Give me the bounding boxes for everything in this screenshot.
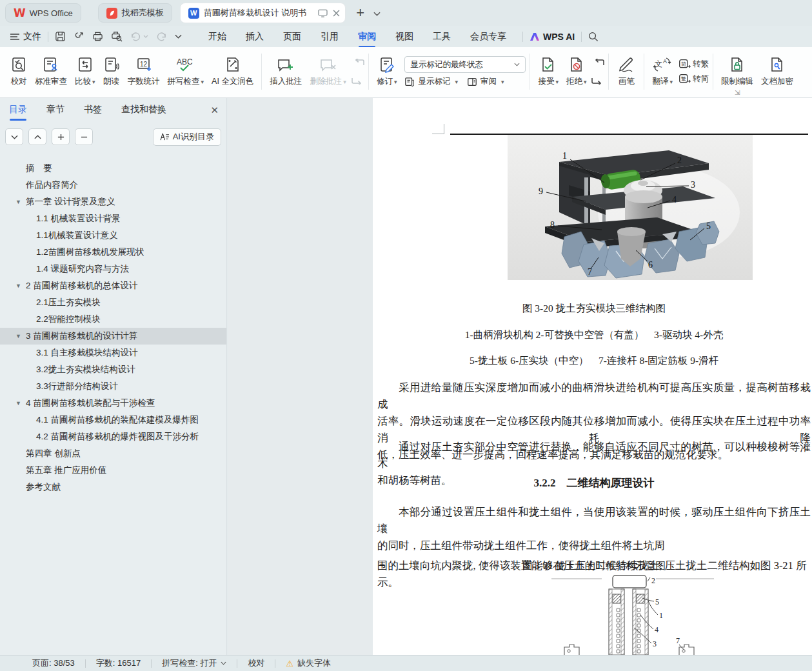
menu-tab-insert[interactable]: 插入: [236, 27, 273, 46]
to-traditional-button[interactable]: 简 转繁: [679, 59, 709, 70]
toc-item[interactable]: ▼ 3 苗圃树苗移栽机的设计计算: [0, 328, 226, 345]
figure-3-20-image[interactable]: 1 2 3 4 5 6 7 8 9: [508, 135, 753, 280]
word-count-indicator[interactable]: 字数: 16517: [96, 657, 141, 669]
file-menu[interactable]: 文件: [10, 31, 41, 43]
wps-ai-button[interactable]: WPS AI: [530, 32, 575, 42]
toc-item[interactable]: ▼ 第一章 设计背景及意义: [0, 194, 226, 210]
ai-polish-button[interactable]: AI 全文润色: [208, 54, 257, 90]
menu-tab-review[interactable]: 审阅: [348, 27, 386, 46]
figure-3-20-caption: 图 3-20 拢土夯实模块三维结构图: [377, 302, 811, 315]
next-comment-icon[interactable]: [352, 74, 364, 85]
doc-encrypt-button[interactable]: 文档加密: [757, 54, 797, 90]
toc-item[interactable]: ▼ 3.1 自主移栽模块结构设计: [0, 345, 226, 361]
undo-icon[interactable]: [130, 32, 141, 41]
toc-next-button[interactable]: [5, 128, 23, 145]
to-simplified-button[interactable]: 繁 转简: [679, 74, 709, 85]
page-indicator[interactable]: 页面: 38/53: [32, 657, 75, 669]
tab-docer-templates[interactable]: 找稻壳模板: [98, 3, 172, 23]
new-tab-button[interactable]: +: [356, 5, 364, 21]
group-expand-icon[interactable]: ⇲: [735, 89, 740, 96]
tab-list-chevron-icon[interactable]: [373, 7, 381, 19]
track-changes-button[interactable]: 修订▾: [373, 54, 401, 90]
toc-item[interactable]: ▼ 1.1机械装置设计意义: [0, 227, 226, 244]
toc-item[interactable]: ▼ 1.2苗圃树苗移栽机发展现状: [0, 244, 226, 261]
undo-dropdown-chevron-icon[interactable]: [143, 35, 148, 38]
menu-tab-home[interactable]: 开始: [199, 27, 236, 46]
review-pane-button[interactable]: 审阅▾: [467, 76, 504, 87]
proofread-status-button[interactable]: 校对: [248, 657, 264, 669]
toc-item[interactable]: ▼ 作品内容简介: [0, 177, 226, 194]
reject-button[interactable]: 拒绝▾: [562, 54, 591, 90]
document-page[interactable]: 1 2 3 4 5 6 7 8 9 图 3-20 拢土夯实模块三维结构图 1-曲…: [373, 98, 812, 655]
toc-previous-button[interactable]: [28, 128, 46, 145]
figure-3-21-image[interactable]: 2 5 1 4 3 7: [551, 575, 719, 655]
save-icon[interactable]: [55, 31, 66, 42]
proofread-button[interactable]: 校对: [6, 54, 31, 90]
word-count-button[interactable]: 12 字数统计: [124, 54, 164, 90]
toc-item[interactable]: ▼ 摘 要: [0, 160, 226, 177]
menu-tab-reference[interactable]: 引用: [311, 27, 348, 46]
sidebar-tab-find-replace[interactable]: 查找和替换: [121, 104, 166, 118]
restrict-edit-button[interactable]: 限制编辑: [717, 54, 757, 90]
markup-state-dropdown[interactable]: 显示标记的最终状态: [404, 56, 526, 73]
tab-document-active[interactable]: W 苗圃树苗移栽机设计 说明书: [180, 3, 346, 23]
toc-item[interactable]: ▼ 4.2 苗圃树苗移栽机的爆炸视图及干涉分析: [0, 428, 226, 445]
menu-tab-page[interactable]: 页面: [273, 27, 311, 46]
print-icon[interactable]: [92, 31, 103, 42]
sidebar-tab-toc[interactable]: 目录: [9, 104, 27, 118]
toc-item[interactable]: ▼ 第五章 推广应用价值: [0, 462, 226, 479]
toc-expand-arrow-icon[interactable]: ▼: [15, 199, 22, 205]
toc-item[interactable]: ▼ 1.1 机械装置设计背景: [0, 210, 226, 227]
search-icon[interactable]: [588, 32, 599, 42]
toc-expand-arrow-icon[interactable]: ▼: [15, 283, 22, 289]
toc-item[interactable]: ▼ 2.1压土夯实模块: [0, 294, 226, 311]
standard-review-button[interactable]: 标准审查: [31, 54, 71, 90]
toc-expand-button[interactable]: [52, 128, 70, 145]
previous-revision-icon[interactable]: [591, 59, 604, 69]
toc-collapse-button[interactable]: [75, 128, 93, 145]
spell-check-button[interactable]: ABC 拼写检查▾: [164, 54, 208, 90]
menu-tab-member[interactable]: 会员专享: [460, 27, 516, 46]
previous-comment-icon[interactable]: [352, 59, 364, 69]
toc-item[interactable]: ▼ 1.4 课题研究内容与方法: [0, 261, 226, 277]
fig20-label-7: 7: [588, 267, 592, 277]
delete-comment-button[interactable]: 删除批注▾: [306, 54, 350, 90]
spell-check-indicator[interactable]: 拼写检查: 打开: [162, 657, 226, 669]
toc-item[interactable]: ▼ 2 苗圃树苗移栽机的总体设计: [0, 277, 226, 294]
divider: [151, 659, 152, 668]
divider: [237, 659, 237, 668]
present-to-screen-icon[interactable]: [318, 9, 328, 17]
show-markup-button[interactable]: 显示标记▾: [404, 76, 458, 87]
menu-tab-view[interactable]: 视图: [386, 27, 423, 46]
missing-font-warning[interactable]: ⚠ 缺失字体: [286, 657, 331, 669]
toc-item[interactable]: ▼ 第四章 创新点: [0, 445, 226, 462]
toc-item[interactable]: ▼ 3.2拢土夯实模块结构设计: [0, 361, 226, 378]
sidebar-close-icon[interactable]: ✕: [210, 105, 219, 116]
quick-access-chevron-icon[interactable]: [175, 34, 182, 39]
close-tab-icon[interactable]: [333, 10, 340, 17]
export-icon[interactable]: [74, 31, 84, 42]
sidebar-tab-bookmarks[interactable]: 书签: [84, 104, 102, 118]
reject-revision-icon: [568, 56, 585, 73]
insert-comment-button[interactable]: 插入批注: [266, 54, 306, 90]
menu-tab-tools[interactable]: 工具: [423, 27, 460, 46]
accept-button[interactable]: 接受▾: [534, 54, 562, 90]
toc-item[interactable]: ▼ 4 苗圃树苗移栽机装配与干涉检查: [0, 395, 226, 412]
compare-button[interactable]: 比较▾: [71, 54, 99, 90]
read-aloud-button[interactable]: 朗读: [99, 54, 124, 90]
tab-wps-office[interactable]: W WPS Office: [5, 3, 81, 23]
redo-icon[interactable]: [156, 32, 167, 41]
toc-item[interactable]: ▼ 3.3行进部分结构设计: [0, 378, 226, 395]
pen-button[interactable]: 画笔: [613, 54, 640, 90]
ai-recognize-toc-button[interactable]: AI识别目录: [153, 128, 221, 146]
toc-item[interactable]: ▼ 参考文献: [0, 479, 226, 496]
translate-button[interactable]: 文A 翻译▾: [648, 54, 677, 90]
fig20-label-2: 2: [677, 155, 682, 165]
toc-expand-arrow-icon[interactable]: ▼: [15, 333, 22, 339]
print-preview-icon[interactable]: [111, 31, 123, 42]
next-revision-icon[interactable]: [591, 74, 604, 85]
toc-item[interactable]: ▼ 2.2智能控制模块: [0, 311, 226, 328]
toc-item[interactable]: ▼ 4.1 苗圃树苗移栽机的装配体建模及爆炸图: [0, 412, 226, 428]
sidebar-tab-chapters[interactable]: 章节: [46, 104, 64, 118]
toc-expand-arrow-icon[interactable]: ▼: [15, 400, 22, 406]
